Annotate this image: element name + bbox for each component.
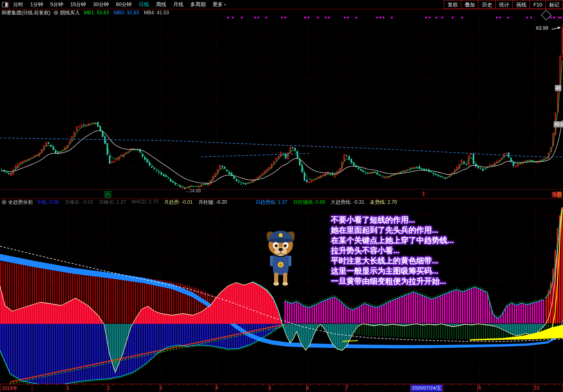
axis-tick — [545, 384, 545, 386]
annotation-text-block: 不要小看了短线的作用...她在里面起到了先头兵的作用...在某个关键点上她上穿了… — [331, 215, 454, 286]
axis-tick — [329, 384, 329, 386]
axis-tick — [291, 384, 292, 386]
support-price-label: ←24.88 — [185, 188, 201, 193]
tab-60分钟[interactable]: 60分钟 — [116, 1, 132, 8]
annotation-line: 拉升势头不容小看... — [331, 245, 454, 256]
axis-separator — [32, 384, 32, 392]
axis-tick — [517, 384, 517, 386]
field-月趋势: 月趋势: -0.01 — [164, 199, 192, 206]
annotation-line: 在某个关键点上她上穿了中趋势线... — [331, 235, 454, 245]
drop-marker: 跌 — [105, 191, 111, 198]
axis-tick — [179, 384, 179, 386]
tab-周线[interactable]: 周线 — [156, 1, 166, 8]
axis-tick — [301, 384, 301, 386]
axis-tick — [207, 384, 207, 386]
axis-tick — [526, 384, 527, 386]
axis-tick — [122, 384, 123, 386]
price-tag-48: 48 — [555, 85, 561, 91]
axis-tick — [451, 384, 451, 386]
axis-separator — [477, 384, 478, 392]
axis-tick — [263, 384, 264, 386]
indicator-name: 全趋势当初 — [8, 199, 33, 206]
field-中线: 中线: 0.00 — [37, 199, 59, 206]
axis-tick — [498, 384, 498, 386]
tab-更多 ›[interactable]: 更多 › — [212, 1, 226, 8]
axis-tick — [169, 384, 170, 386]
chevron-down-icon[interactable]: ⌄ — [54, 10, 58, 15]
field-日峰谷: 日峰谷: 1.37 — [99, 199, 126, 206]
toolbar-button-统计[interactable]: 统计 — [495, 0, 513, 9]
annotation-line: 一旦黄带由细变粗便为拉升开始... — [331, 276, 454, 286]
time-axis[interactable]: 2019年12345679102020/07/24/五 — [0, 384, 563, 392]
field-日柱辅线: 日柱辅线: 0.89 — [293, 199, 325, 206]
tab-30分钟[interactable]: 30分钟 — [93, 1, 109, 8]
tab-月线[interactable]: 月线 — [173, 1, 183, 8]
axis-label-2: 2 — [107, 385, 110, 391]
annotation-line: 不要小看了短线的作用... — [331, 215, 454, 225]
value-MB1: MB1: 53.63 — [84, 10, 109, 16]
axis-tick — [376, 384, 376, 386]
cartoon-police-puppy-image — [262, 227, 299, 286]
candlestick-chart[interactable] — [0, 16, 563, 198]
axis-tick — [150, 384, 151, 386]
axis-label-9: 9 — [478, 385, 481, 391]
axis-tick — [319, 384, 320, 386]
toolbar-button-标记[interactable]: 标记 — [545, 0, 563, 9]
annotation-line: 这里一般显示为主图吸筹买码... — [331, 266, 454, 276]
window-restore-icon[interactable] — [2, 2, 8, 7]
field-日趋势线: 日趋势线: 1.37 — [256, 199, 288, 206]
axis-tick — [226, 384, 226, 386]
field-月柱辅: 月柱辅: -0.20 — [198, 199, 227, 206]
axis-tick — [94, 384, 94, 386]
axis-tick — [282, 384, 282, 386]
tab-分时[interactable]: 分时 — [13, 1, 23, 8]
axis-separator — [0, 384, 0, 392]
field-大趋势线: 大趋势线: -0.31 — [331, 199, 364, 206]
axis-label-1: 1 — [67, 385, 69, 391]
field-月峰谷: 月峰谷: -0.01 — [65, 199, 93, 206]
signal-label: 阴线买入 — [60, 9, 80, 16]
toolbar-button-叠加[interactable]: 叠加 — [461, 0, 478, 9]
axis-label-6: 6 — [306, 385, 309, 391]
axis-tick — [132, 384, 132, 386]
toolbar-button-画线[interactable]: 画线 — [512, 0, 530, 9]
axis-label-7: 7 — [345, 385, 348, 391]
tab-15分钟[interactable]: 15分钟 — [70, 1, 86, 8]
indicator-header: ⌄ 全趋势当初 中线: 0.00月峰谷: -0.01日峰谷: 1.37MACD:… — [0, 199, 563, 205]
axis-tick — [366, 384, 367, 386]
axis-tick — [103, 384, 104, 386]
tab-1分钟[interactable]: 1分钟 — [30, 1, 43, 8]
tab-多周期[interactable]: 多周期 — [190, 1, 206, 8]
tab-日线[interactable]: 日线 — [139, 1, 149, 8]
axis-tick — [85, 384, 85, 386]
toolbar-button-复权[interactable]: 复权 — [444, 0, 461, 9]
period-tabs: 分时1分钟5分钟15分钟30分钟60分钟日线周线月线多周期更多 › — [13, 0, 226, 9]
tab-5分钟[interactable]: 5分钟 — [50, 1, 63, 8]
axis-label-10: 10 — [534, 385, 539, 391]
axis-tick — [197, 384, 198, 386]
axis-tick — [470, 384, 470, 386]
axis-label-5: 5 — [268, 385, 271, 391]
price-tag-40-5: 40.5 — [554, 121, 563, 127]
axis-tick — [113, 384, 113, 386]
axis-label-2019年: 2019年 — [2, 385, 18, 392]
toolbar-button-历史[interactable]: 历史 — [478, 0, 496, 9]
axis-tick — [273, 384, 273, 386]
high-price-label: 63.99 — [536, 25, 548, 31]
axis-tick — [404, 384, 404, 386]
annotation-line: 平时注意大长线上的黄色细带... — [331, 256, 454, 266]
axis-tick — [188, 384, 188, 386]
axis-tick — [47, 384, 47, 386]
axis-label-4: 4 — [215, 385, 218, 391]
axis-tick — [38, 384, 38, 386]
annotation-line: 她在里面起到了先头兵的作用... — [331, 225, 454, 235]
instrument-title: 因赛集团(日线.前复权) — [2, 9, 50, 16]
chevron-down-icon[interactable]: ⌄ — [2, 200, 7, 205]
ma-values: MB1: 53.63MB3: 32.83MB4: 41.53 — [84, 10, 169, 16]
axis-tick — [554, 384, 555, 386]
axis-tick — [235, 384, 235, 386]
field-走势线: 走势线: 2.70 — [370, 199, 397, 206]
toolbar-button-F10[interactable]: F10 — [529, 0, 546, 9]
toolbar-separator — [9, 0, 9, 9]
rank-badge[interactable]: 涨榜 — [552, 192, 562, 198]
